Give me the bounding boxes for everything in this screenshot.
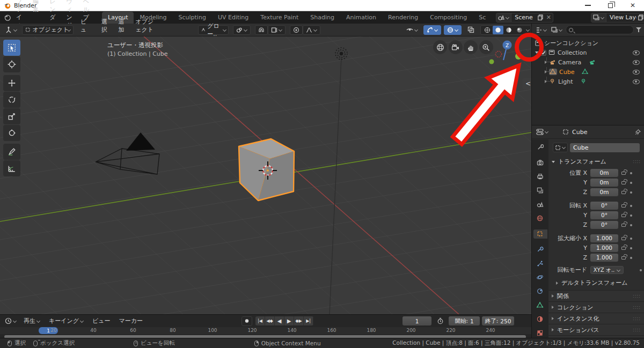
value-field[interactable]: 0° [590,211,618,219]
lock-icon[interactable] [621,191,626,194]
shading-material-button[interactable] [503,26,514,34]
transform-tool-button[interactable] [3,125,20,141]
annotate-tool-button[interactable] [3,144,20,160]
workspace-tab-sc[interactable]: Sc [473,12,492,24]
scene-collection-label[interactable]: シーンコレクション [544,39,598,47]
object-id-icon[interactable] [553,143,568,152]
value-field[interactable]: 1.000 [590,254,618,262]
light-data-icon[interactable] [580,78,587,85]
properties-tab-object-data[interactable] [533,301,547,310]
rotate-tool-button[interactable] [3,92,20,108]
value-field[interactable]: 1.000 [590,234,618,242]
workspace-tab-shading[interactable]: Shading [304,12,340,24]
lock-icon[interactable] [621,237,626,240]
snap-dropdown[interactable] [268,25,286,35]
frame-end-field[interactable]: 終了:250 [482,316,514,325]
app-menu-icon[interactable] [4,14,11,21]
mesh-data-icon[interactable] [582,69,589,75]
camera-data-icon[interactable] [589,59,596,65]
properties-tab-modifiers[interactable] [533,245,547,254]
animate-dot[interactable] [630,257,632,259]
lock-icon[interactable] [621,172,626,175]
delta-transform-panel[interactable]: デルタトランスフォーム [548,275,644,290]
viewport-3d[interactable]: Z ユーザー・透視投影 (1) Collection | Cube < [0,36,531,314]
animate-dot[interactable] [640,269,642,271]
item-label[interactable]: Cube [559,69,574,76]
panel-drag-handle[interactable]: :::: [633,159,641,164]
next-keyframe-button[interactable]: ◆▶ [294,316,304,325]
orientation-dropdown[interactable]: グロー.. [198,25,229,35]
lock-icon[interactable] [621,214,626,217]
close-button[interactable]: ✕ [621,0,644,11]
value-field[interactable]: 0° [590,221,618,229]
panel-2[interactable]: インスタンス化 :::: [548,313,644,324]
timeline-menu-0[interactable]: 再生 [19,315,45,327]
properties-tab-tool[interactable] [533,143,547,152]
new-scene-icon[interactable] [536,14,545,20]
workspace-tab-sculpting[interactable]: Sculpting [173,12,212,24]
properties-tab-scene[interactable] [533,200,547,209]
jump-end-button[interactable]: ▶| [304,316,313,325]
item-label[interactable]: Light [558,78,573,85]
animate-dot[interactable] [630,238,632,240]
filter-funnel-icon[interactable] [636,27,641,32]
current-frame-field[interactable]: 1 [402,316,431,325]
camera-view-nav-button[interactable] [449,40,463,54]
value-field[interactable]: 0m [590,169,618,177]
value-field[interactable]: 1.000 [590,244,618,252]
outliner-filter-dropdown[interactable] [550,26,564,34]
visibility-eye-icon[interactable] [633,50,640,55]
lock-icon[interactable] [621,204,626,208]
shading-rendered-button[interactable] [514,26,525,34]
scale-tool-button[interactable] [3,108,20,124]
panel-3[interactable]: モーションパス :::: [548,324,644,335]
properties-tab-object[interactable] [533,229,547,239]
expand-icon[interactable] [535,51,538,54]
jump-start-button[interactable]: |◀ [255,316,265,325]
play-button[interactable]: ▶ [284,316,294,325]
prev-frame-button[interactable]: ◀ [275,316,284,325]
workspace-tab-texture-paint[interactable]: Texture Paint [254,12,304,24]
properties-tab-material[interactable] [533,315,547,324]
animate-dot[interactable] [630,191,632,194]
pin-icon[interactable] [635,129,641,135]
panel-1[interactable]: コレクション :::: [548,301,644,313]
preview-range-clock-icon[interactable] [434,316,447,325]
minimize-button[interactable] [576,0,599,11]
mode-dropdown[interactable]: オブジェクト.. [22,25,74,35]
falloff-dropdown[interactable] [303,25,320,35]
overlays-toggle[interactable] [444,25,462,35]
timeline-menu-3[interactable]: マーカー [115,315,148,327]
properties-tab-render[interactable] [533,158,547,167]
snap-toggle[interactable] [255,25,268,35]
workspace-tab-rendering[interactable]: Rendering [382,12,424,24]
shading-wireframe-button[interactable] [482,26,493,34]
panel-0[interactable]: 関係 :::: [548,290,644,301]
outliner-row-cube[interactable]: Cube [532,67,644,77]
animate-dot[interactable] [630,247,632,249]
outliner-search-input[interactable] [566,25,634,34]
measure-tool-button[interactable] [3,160,20,176]
view-layer-name[interactable]: View Layer [606,14,636,21]
properties-tab-view-layer[interactable] [533,186,547,195]
workspace-tab-compositing[interactable]: Compositing [424,12,473,24]
workspace-tab-animation[interactable]: Animation [340,12,382,24]
animate-dot[interactable] [630,182,632,184]
outliner-display-mode-dropdown[interactable] [535,26,548,34]
record-button[interactable] [241,316,252,326]
zoom-nav-button[interactable] [479,40,493,54]
gizmos-toggle[interactable] [423,25,441,35]
transform-panel-header[interactable]: トランスフォーム :::: [548,154,644,168]
frame-start-field[interactable]: 開始:1 [449,316,480,325]
lock-icon[interactable] [621,247,626,250]
properties-tab-world[interactable] [533,214,547,223]
ortho-grid-nav-button[interactable] [433,40,447,54]
value-field[interactable]: 0m [590,188,618,196]
properties-tab-output[interactable] [533,172,547,181]
unlink-scene-icon[interactable]: ✕ [545,14,553,21]
prev-keyframe-button[interactable]: ◀◆ [265,316,275,325]
cursor-tool-button[interactable] [3,56,20,72]
animate-dot[interactable] [630,224,632,226]
view-layer-icon[interactable] [591,13,606,22]
properties-tab-constraints[interactable] [533,287,547,296]
